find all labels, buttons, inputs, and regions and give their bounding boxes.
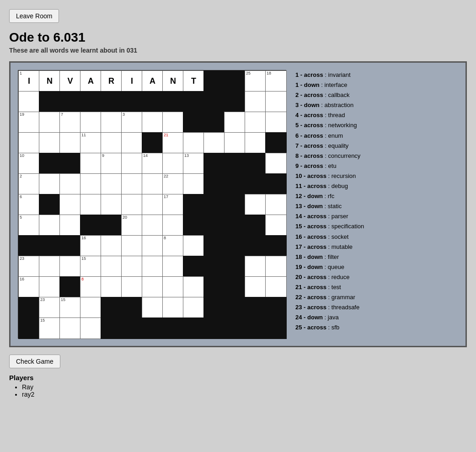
- grid-cell[interactable]: 21: [162, 132, 184, 154]
- grid-cell[interactable]: N: [39, 70, 60, 92]
- grid-cell[interactable]: [183, 256, 204, 277]
- grid-cell[interactable]: [203, 91, 225, 113]
- grid-cell[interactable]: [59, 317, 81, 339]
- grid-cell[interactable]: 15: [59, 297, 81, 318]
- grid-cell[interactable]: 8: [80, 276, 102, 298]
- grid-cell[interactable]: [183, 194, 204, 215]
- grid-cell[interactable]: [80, 153, 102, 174]
- grid-cell[interactable]: [80, 194, 102, 215]
- grid-cell[interactable]: [59, 256, 81, 277]
- grid-cell[interactable]: [245, 297, 266, 318]
- grid-cell[interactable]: 11: [80, 132, 102, 154]
- grid-cell[interactable]: [203, 132, 225, 154]
- grid-cell[interactable]: N: [162, 70, 184, 92]
- grid-cell[interactable]: [224, 256, 246, 277]
- grid-cell[interactable]: [142, 297, 163, 318]
- grid-cell[interactable]: [162, 276, 184, 298]
- grid-cell[interactable]: [224, 173, 246, 195]
- grid-cell[interactable]: [142, 215, 163, 236]
- grid-cell[interactable]: [183, 276, 204, 298]
- grid-cell[interactable]: [101, 173, 122, 195]
- grid-cell[interactable]: 25: [245, 70, 266, 92]
- grid-cell[interactable]: [59, 132, 81, 154]
- grid-cell[interactable]: [162, 297, 184, 318]
- grid-cell[interactable]: [59, 235, 81, 257]
- grid-cell[interactable]: 15: [39, 317, 60, 339]
- grid-cell[interactable]: [101, 112, 122, 133]
- grid-cell[interactable]: [101, 256, 122, 277]
- grid-cell[interactable]: [18, 317, 40, 339]
- grid-cell[interactable]: [265, 317, 287, 339]
- grid-cell[interactable]: [245, 112, 266, 133]
- grid-cell[interactable]: [59, 153, 81, 174]
- grid-cell[interactable]: [224, 215, 246, 236]
- grid-cell[interactable]: [224, 153, 246, 174]
- grid-cell[interactable]: [224, 235, 246, 257]
- grid-cell[interactable]: [18, 297, 40, 318]
- grid-cell[interactable]: [162, 91, 184, 113]
- grid-cell[interactable]: 13: [183, 153, 204, 174]
- grid-cell[interactable]: [224, 276, 246, 298]
- grid-cell[interactable]: [183, 132, 204, 154]
- grid-cell[interactable]: 20: [121, 215, 143, 236]
- grid-cell[interactable]: [162, 256, 184, 277]
- grid-cell[interactable]: [101, 132, 122, 154]
- grid-cell[interactable]: [80, 215, 102, 236]
- grid-cell[interactable]: [18, 132, 40, 154]
- grid-cell[interactable]: [121, 276, 143, 298]
- grid-cell[interactable]: [142, 256, 163, 277]
- grid-cell[interactable]: [101, 276, 122, 298]
- grid-cell[interactable]: A: [142, 70, 163, 92]
- grid-cell[interactable]: [142, 317, 163, 339]
- grid-cell[interactable]: [80, 297, 102, 318]
- grid-cell[interactable]: [39, 173, 60, 195]
- grid-cell[interactable]: 14: [142, 153, 163, 174]
- grid-cell[interactable]: [203, 256, 225, 277]
- grid-cell[interactable]: [142, 276, 163, 298]
- grid-cell[interactable]: [121, 235, 143, 257]
- grid-cell[interactable]: [245, 153, 266, 174]
- grid-cell[interactable]: [59, 194, 81, 215]
- grid-cell[interactable]: A: [80, 70, 102, 92]
- grid-cell[interactable]: [80, 173, 102, 195]
- grid-cell[interactable]: R: [101, 70, 122, 92]
- grid-cell[interactable]: [39, 276, 60, 298]
- grid-cell[interactable]: [265, 112, 287, 133]
- grid-cell[interactable]: [101, 317, 122, 339]
- grid-cell[interactable]: [39, 215, 60, 236]
- grid-cell[interactable]: [121, 132, 143, 154]
- grid-cell[interactable]: [265, 297, 287, 318]
- grid-cell[interactable]: 23: [18, 256, 40, 277]
- grid-cell[interactable]: [203, 153, 225, 174]
- grid-cell[interactable]: [183, 235, 204, 257]
- grid-cell[interactable]: [224, 91, 246, 113]
- grid-cell[interactable]: [265, 215, 287, 236]
- grid-cell[interactable]: [265, 91, 287, 113]
- grid-cell[interactable]: 1I: [18, 70, 40, 92]
- grid-cell[interactable]: [265, 276, 287, 298]
- grid-cell[interactable]: 8: [162, 235, 184, 257]
- grid-cell[interactable]: [121, 194, 143, 215]
- grid-cell[interactable]: [183, 215, 204, 236]
- grid-cell[interactable]: [142, 194, 163, 215]
- grid-cell[interactable]: [18, 91, 40, 113]
- grid-cell[interactable]: [142, 112, 163, 133]
- grid-cell[interactable]: [162, 215, 184, 236]
- grid-cell[interactable]: V: [59, 70, 81, 92]
- grid-cell[interactable]: [265, 132, 287, 154]
- grid-cell[interactable]: [265, 173, 287, 195]
- grid-cell[interactable]: [224, 112, 246, 133]
- grid-cell[interactable]: [203, 70, 225, 92]
- grid-cell[interactable]: [203, 215, 225, 236]
- grid-cell[interactable]: [245, 235, 266, 257]
- grid-cell[interactable]: 5: [18, 215, 40, 236]
- grid-cell[interactable]: 9: [101, 153, 122, 174]
- grid-cell[interactable]: [183, 317, 204, 339]
- grid-cell[interactable]: [203, 297, 225, 318]
- grid-cell[interactable]: T: [183, 70, 204, 92]
- grid-cell[interactable]: [39, 132, 60, 154]
- check-game-button[interactable]: Check Game: [9, 355, 60, 368]
- grid-cell[interactable]: 16: [18, 276, 40, 298]
- grid-cell[interactable]: [203, 112, 225, 133]
- grid-cell[interactable]: [39, 194, 60, 215]
